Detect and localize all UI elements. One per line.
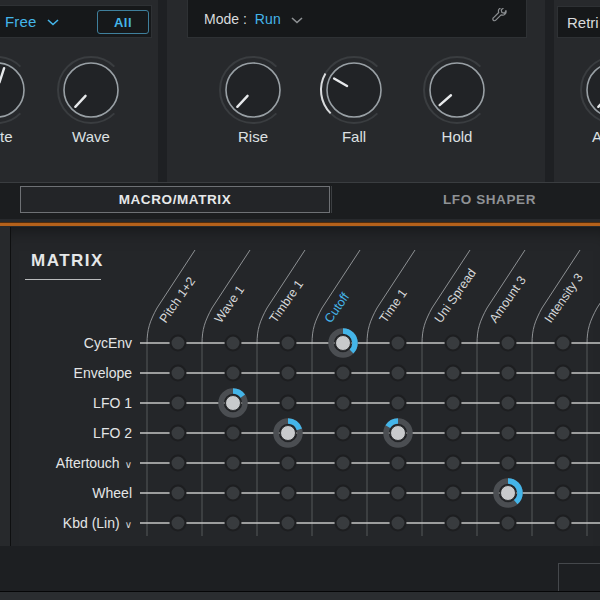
knob-wave[interactable] <box>49 48 133 132</box>
knob-label: A <box>592 128 600 145</box>
matrix-row-cycenv: CycEnv <box>0 333 132 353</box>
matrix-slot-r0c5[interactable] <box>446 336 461 351</box>
matrix-slot-r5c4[interactable] <box>391 486 406 501</box>
knob-label: te <box>0 128 20 145</box>
matrix-row-kbd-lin-[interactable]: Kbd (Lin)∨ <box>0 513 132 533</box>
matrix-row-envelope: Envelope <box>0 363 132 383</box>
matrix-slot-r2c7[interactable] <box>556 396 571 411</box>
matrix-slot-r5c7[interactable] <box>556 486 571 501</box>
matrix-slot-r4c3[interactable] <box>336 456 351 471</box>
matrix-slot-r1c1[interactable] <box>226 366 241 381</box>
tab-lfo-shaper-label: LFO SHAPER <box>443 192 536 207</box>
matrix-slot-r5c1[interactable] <box>226 486 241 501</box>
matrix-slot-r5c0[interactable] <box>171 486 186 501</box>
matrix-row-lfo-2: LFO 2 <box>0 423 132 443</box>
matrix-slot-r0c7[interactable] <box>556 336 571 351</box>
knob-hold[interactable] <box>415 48 499 132</box>
matrix-row-aftertouch[interactable]: Aftertouch∨ <box>0 453 132 473</box>
matrix-slot-r4c2[interactable] <box>281 456 296 471</box>
matrix-slot-r4c4[interactable] <box>391 456 406 471</box>
matrix-slot-r4c1[interactable] <box>226 456 241 471</box>
matrix-slot-r0c4[interactable] <box>391 336 406 351</box>
bottom-strip <box>0 591 600 600</box>
tab-macro-matrix[interactable]: MACRO/MATRIX <box>20 186 330 213</box>
matrix-slot-r2c3[interactable] <box>336 396 351 411</box>
matrix-slot-r6c5[interactable] <box>446 516 461 531</box>
matrix-slot-r0c0[interactable] <box>171 336 186 351</box>
chevron-down-icon[interactable] <box>47 19 59 26</box>
knob-fall[interactable] <box>312 48 396 132</box>
matrix-slot-r2c0[interactable] <box>171 396 186 411</box>
tab-lfo-shaper[interactable]: LFO SHAPER <box>333 186 600 213</box>
accent-divider <box>0 222 600 226</box>
matrix-slot-r1c0[interactable] <box>171 366 186 381</box>
knob-label: Rise <box>208 128 298 145</box>
matrix-slot-r6c3[interactable] <box>336 516 351 531</box>
synth-ui: Free All Mode : Run Retri teWaveRiseFall… <box>0 0 600 600</box>
matrix-slot-r1c5[interactable] <box>446 366 461 381</box>
matrix-slot-r0c1[interactable] <box>226 336 241 351</box>
matrix-title: MATRIX <box>31 251 104 271</box>
matrix-slot-r5c5[interactable] <box>446 486 461 501</box>
matrix-slot-r3c3[interactable] <box>336 426 351 441</box>
matrix-slot-r4c7[interactable] <box>556 456 571 471</box>
matrix-slot-r4c5[interactable] <box>446 456 461 471</box>
knob-label: Wave <box>46 128 136 145</box>
matrix-slot-r2c2[interactable] <box>281 396 296 411</box>
matrix-slot-r6c1[interactable] <box>226 516 241 531</box>
retrig-label: Retri <box>567 14 599 31</box>
matrix-slot-r4c6[interactable] <box>501 456 516 471</box>
matrix-slot-r4c0[interactable] <box>171 456 186 471</box>
matrix-slot-r3c6[interactable] <box>501 426 516 441</box>
matrix-slot-r2c6[interactable] <box>501 396 516 411</box>
matrix-slot-r1c4[interactable] <box>391 366 406 381</box>
matrix-slot-r1c7[interactable] <box>556 366 571 381</box>
matrix-slot-r5c3[interactable] <box>336 486 351 501</box>
knob-te[interactable] <box>0 48 39 132</box>
knob-a[interactable] <box>572 48 600 132</box>
matrix-slot-r0c2[interactable] <box>281 336 296 351</box>
matrix-slot-r0c6[interactable] <box>501 336 516 351</box>
chevron-down-icon: ∨ <box>125 519 132 530</box>
chevron-down-icon[interactable] <box>291 17 303 24</box>
module-divider <box>545 0 554 182</box>
panel-corner <box>558 563 600 592</box>
matrix-slot-r3c0[interactable] <box>171 426 186 441</box>
wrench-icon[interactable] <box>492 8 508 24</box>
matrix-slot-r3c5[interactable] <box>446 426 461 441</box>
mode-bar: Mode : Run <box>187 0 527 38</box>
matrix-slot-r2c5[interactable] <box>446 396 461 411</box>
matrix-slot-r2c4[interactable] <box>391 396 406 411</box>
retrig-bar: Retri <box>557 6 600 38</box>
knob-label: Fall <box>309 128 399 145</box>
matrix-slot-r6c7[interactable] <box>556 516 571 531</box>
matrix-row-wheel: Wheel <box>0 483 132 503</box>
matrix-slot-r1c3[interactable] <box>336 366 351 381</box>
matrix-slot-r5c2[interactable] <box>281 486 296 501</box>
module-divider <box>158 0 167 182</box>
matrix-title-underline <box>25 279 101 280</box>
matrix-row-lfo-1: LFO 1 <box>0 393 132 413</box>
matrix-slot-r1c2[interactable] <box>281 366 296 381</box>
lfo-all-button[interactable]: All <box>97 10 149 34</box>
matrix-slot-r3c1[interactable] <box>226 426 241 441</box>
lfo-rate-mode-dropdown[interactable]: Free <box>5 13 37 30</box>
matrix-slot-r6c6[interactable] <box>501 516 516 531</box>
matrix-slot-r3c7[interactable] <box>556 426 571 441</box>
matrix-slot-r1c6[interactable] <box>501 366 516 381</box>
matrix-slot-r6c0[interactable] <box>171 516 186 531</box>
tab-divider <box>331 186 332 213</box>
knob-rise[interactable] <box>211 48 295 132</box>
lower-section <box>0 546 600 591</box>
mode-label: Mode : <box>204 11 247 27</box>
matrix-slot-r6c2[interactable] <box>281 516 296 531</box>
tab-bar: MACRO/MATRIX LFO SHAPER <box>0 182 600 219</box>
knob-label: Hold <box>412 128 502 145</box>
chevron-down-icon: ∨ <box>125 459 132 470</box>
lfo-settings-bar: Free All <box>0 5 152 38</box>
mode-value-dropdown[interactable]: Run <box>255 11 281 27</box>
matrix-slot-r6c4[interactable] <box>391 516 406 531</box>
